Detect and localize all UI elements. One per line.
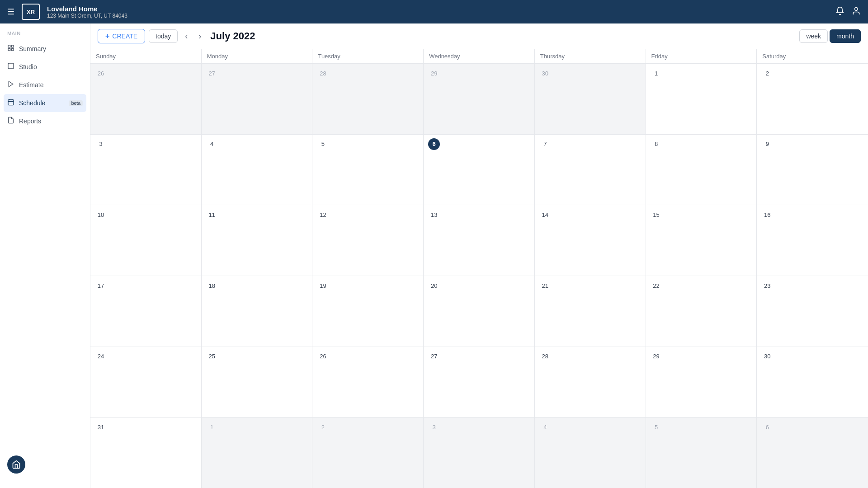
day-number: 13 (428, 209, 440, 221)
calendar-weeks: 2627282930123456789101112131415161718192… (90, 64, 868, 488)
calendar-cell[interactable]: 19 (312, 276, 424, 347)
calendar-cell[interactable]: 4 (535, 418, 646, 488)
week-view-button[interactable]: week (799, 29, 828, 43)
sidebar-item-estimate[interactable]: Estimate (0, 76, 90, 94)
calendar-cell[interactable]: 23 (757, 276, 868, 347)
day-number: 6 (761, 421, 773, 433)
calendar-cell[interactable]: 1 (202, 418, 313, 488)
calendar-cell[interactable]: 5 (646, 418, 757, 488)
calendar-cell[interactable]: 26 (90, 64, 202, 134)
day-number: 12 (317, 209, 329, 221)
calendar-cell[interactable]: 30 (757, 347, 868, 418)
calendar-cell[interactable]: 29 (646, 347, 757, 418)
day-number: 4 (206, 138, 218, 150)
calendar-cell[interactable]: 27 (202, 64, 313, 134)
sidebar-item-schedule[interactable]: Schedule beta (4, 94, 86, 112)
svg-rect-3 (8, 48, 10, 51)
day-number: 7 (539, 138, 551, 150)
calendar-cell[interactable]: 15 (646, 205, 757, 276)
bell-icon[interactable] (835, 6, 844, 18)
calendar-days-header: Sunday Monday Tuesday Wednesday Thursday… (90, 49, 868, 64)
day-number: 3 (428, 421, 440, 433)
logo-box: XR (22, 4, 40, 20)
calendar-toolbar: + CREATE today ‹ › July 2022 week month (90, 23, 868, 49)
calendar-cell[interactable]: 18 (202, 276, 313, 347)
day-number: 10 (95, 209, 107, 221)
calendar-cell[interactable]: 4 (202, 135, 313, 205)
day-number: 29 (651, 351, 662, 362)
calendar-cell[interactable]: 27 (424, 347, 535, 418)
next-button[interactable]: › (195, 30, 205, 43)
sidebar-item-summary[interactable]: Summary (0, 40, 90, 58)
menu-icon[interactable]: ☰ (7, 7, 14, 17)
calendar-week: 3456789 (90, 135, 868, 206)
calendar-cell[interactable]: 6 (424, 135, 535, 205)
calendar-cell[interactable]: 6 (757, 418, 868, 488)
day-number: 30 (539, 67, 551, 79)
reports-icon (7, 117, 14, 126)
day-number: 31 (95, 421, 107, 433)
day-number: 17 (95, 280, 107, 291)
calendar-cell[interactable]: 17 (90, 276, 202, 347)
day-number: 1 (651, 67, 662, 79)
day-number: 2 (317, 421, 329, 433)
app-header: ☰ XR Loveland Home 123 Main St Orem, UT,… (0, 0, 868, 23)
day-header-saturday: Saturday (757, 49, 868, 63)
calendar-cell[interactable]: 5 (312, 135, 424, 205)
calendar-cell[interactable]: 3 (424, 418, 535, 488)
day-number: 28 (317, 67, 329, 79)
calendar-cell[interactable]: 3 (90, 135, 202, 205)
plus-icon: + (105, 32, 109, 40)
logo-text: XR (27, 9, 35, 15)
calendar-cell[interactable]: 12 (312, 205, 424, 276)
user-icon[interactable] (852, 6, 861, 18)
calendar-cell[interactable]: 26 (312, 347, 424, 418)
sidebar-section-label: Main (0, 31, 90, 40)
day-number: 1 (206, 421, 218, 433)
prev-button[interactable]: ‹ (181, 30, 191, 43)
create-button[interactable]: + CREATE (98, 29, 145, 43)
main-layout: Main Summary Studio Estimate Schedule b (0, 23, 868, 488)
calendar-cell[interactable]: 28 (535, 347, 646, 418)
calendar-cell[interactable]: 21 (535, 276, 646, 347)
calendar-cell[interactable]: 11 (202, 205, 313, 276)
calendar-cell[interactable]: 29 (424, 64, 535, 134)
sidebar-item-label: Studio (19, 63, 83, 70)
sidebar-item-reports[interactable]: Reports (0, 112, 90, 130)
calendar-cell[interactable]: 9 (757, 135, 868, 205)
day-number: 19 (317, 280, 329, 291)
day-number: 2 (761, 67, 773, 79)
sidebar-avatar[interactable] (7, 455, 25, 474)
day-header-tuesday: Tuesday (312, 49, 424, 63)
calendar-cell[interactable]: 13 (424, 205, 535, 276)
calendar-cell[interactable]: 7 (535, 135, 646, 205)
day-number: 6 (428, 138, 440, 150)
calendar-cell[interactable]: 2 (757, 64, 868, 134)
summary-icon (7, 44, 14, 53)
day-header-thursday: Thursday (535, 49, 646, 63)
calendar-cell[interactable]: 25 (202, 347, 313, 418)
calendar-cell[interactable]: 2 (312, 418, 424, 488)
calendar-cell[interactable]: 16 (757, 205, 868, 276)
calendar-cell[interactable]: 24 (90, 347, 202, 418)
day-number: 16 (761, 209, 773, 221)
day-number: 27 (428, 351, 440, 362)
sidebar-item-studio[interactable]: Studio (0, 58, 90, 76)
calendar-cell[interactable]: 22 (646, 276, 757, 347)
calendar-cell[interactable]: 20 (424, 276, 535, 347)
svg-rect-7 (8, 100, 14, 105)
calendar-cell[interactable]: 8 (646, 135, 757, 205)
calendar-cell[interactable]: 31 (90, 418, 202, 488)
calendar-cell[interactable]: 1 (646, 64, 757, 134)
calendar-cell[interactable]: 30 (535, 64, 646, 134)
svg-point-0 (855, 7, 858, 10)
schedule-icon (7, 99, 14, 108)
calendar-cell[interactable]: 28 (312, 64, 424, 134)
calendar-cell[interactable]: 14 (535, 205, 646, 276)
today-button[interactable]: today (149, 29, 178, 43)
month-view-button[interactable]: month (830, 29, 861, 43)
calendar-cell[interactable]: 10 (90, 205, 202, 276)
day-number: 29 (428, 67, 440, 79)
day-number: 5 (651, 421, 662, 433)
svg-marker-6 (9, 81, 13, 87)
